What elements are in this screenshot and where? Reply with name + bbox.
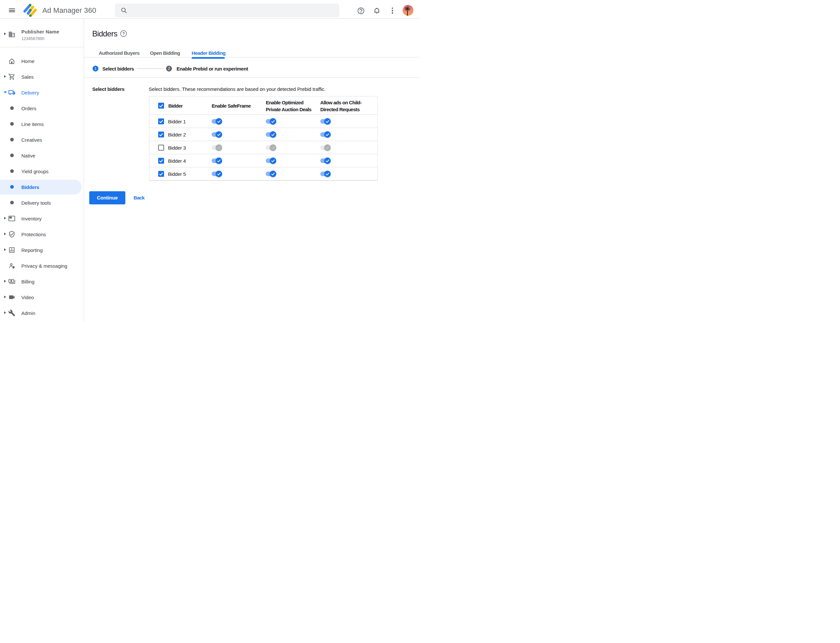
svg-text:?: ? bbox=[123, 31, 125, 36]
